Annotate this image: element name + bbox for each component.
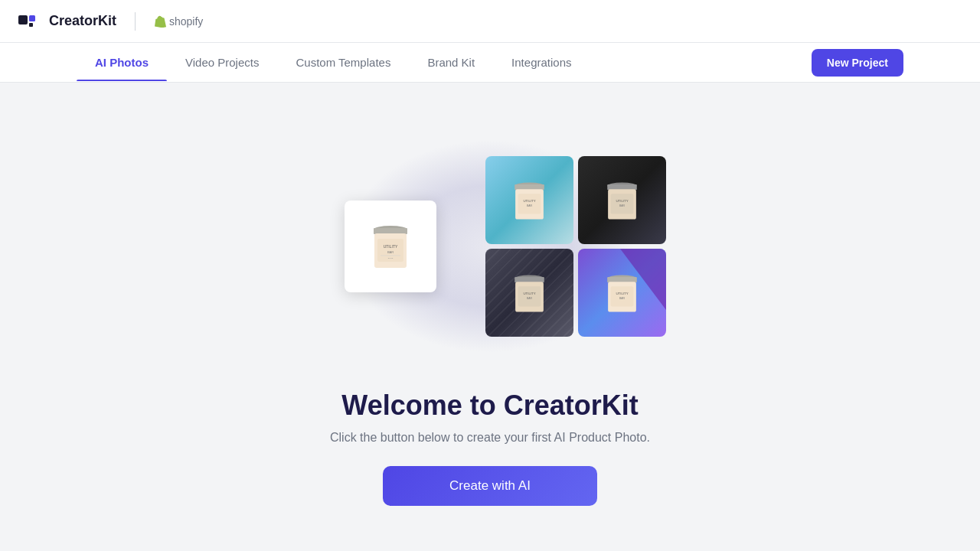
svg-text:BAR: BAR bbox=[527, 296, 533, 299]
svg-rect-18 bbox=[607, 184, 637, 190]
svg-rect-1 bbox=[29, 15, 35, 21]
svg-text:UTILITY: UTILITY bbox=[616, 198, 628, 202]
create-with-ai-button[interactable]: Create with AI bbox=[383, 466, 597, 506]
header: CreatorKit shopify bbox=[0, 0, 980, 43]
svg-text:BAR: BAR bbox=[527, 204, 533, 207]
ai-photo-marble: UTILITY BAR bbox=[485, 249, 573, 337]
svg-text:UTILITY: UTILITY bbox=[616, 291, 628, 295]
svg-rect-4 bbox=[374, 228, 407, 234]
svg-text:UTILITY: UTILITY bbox=[523, 291, 535, 295]
shopify-text: shopify bbox=[169, 15, 203, 28]
nav-bar: AI Photos Video Projects Custom Template… bbox=[0, 43, 980, 83]
new-project-button[interactable]: New Project bbox=[812, 49, 903, 77]
hero-area: UTILITY BAR • • • • UTILITY BAR bbox=[299, 128, 681, 365]
svg-rect-24 bbox=[514, 277, 544, 282]
svg-rect-12 bbox=[514, 184, 544, 190]
welcome-subtitle: Click the button below to create your fi… bbox=[330, 431, 650, 445]
svg-text:BAR: BAR bbox=[619, 204, 626, 207]
ai-photos-grid: UTILITY BAR UTILITY BAR bbox=[485, 156, 666, 337]
candle-purple-scene: UTILITY BAR bbox=[601, 266, 643, 320]
shopify-badge: shopify bbox=[154, 15, 203, 28]
logo-icon bbox=[18, 14, 40, 29]
logo-text: CreatorKit bbox=[49, 13, 116, 29]
candle-teal-scene: UTILITY BAR bbox=[508, 174, 550, 227]
tab-integrations[interactable]: Integrations bbox=[493, 44, 590, 81]
candle-marble-scene: UTILITY BAR bbox=[508, 266, 550, 320]
nav-tabs: AI Photos Video Projects Custom Template… bbox=[77, 44, 903, 81]
ai-photo-teal: UTILITY BAR bbox=[485, 156, 573, 244]
candle-product-original: UTILITY BAR • • • • bbox=[368, 216, 413, 277]
tab-video-projects[interactable]: Video Projects bbox=[167, 44, 277, 81]
svg-text:• • • •: • • • • bbox=[388, 257, 394, 260]
svg-text:UTILITY: UTILITY bbox=[384, 244, 398, 249]
svg-rect-2 bbox=[29, 23, 33, 27]
tab-brand-kit[interactable]: Brand Kit bbox=[409, 44, 493, 81]
welcome-title: Welcome to CreatorKit bbox=[330, 390, 650, 422]
ai-photo-purple: UTILITY BAR bbox=[578, 249, 666, 337]
main-content: UTILITY BAR • • • • UTILITY BAR bbox=[0, 83, 980, 551]
svg-rect-30 bbox=[607, 277, 637, 282]
svg-text:UTILITY: UTILITY bbox=[523, 198, 535, 202]
svg-text:BAR: BAR bbox=[619, 296, 626, 299]
creatorkit-logo-icon bbox=[18, 14, 40, 29]
candle-dark-scene: UTILITY BAR bbox=[601, 174, 643, 227]
nav-actions: New Project bbox=[812, 49, 903, 77]
product-original-card: UTILITY BAR • • • • bbox=[345, 201, 436, 292]
logo-area: CreatorKit shopify bbox=[18, 12, 203, 31]
shopify-icon bbox=[154, 15, 166, 28]
svg-rect-0 bbox=[18, 15, 28, 24]
welcome-section: Welcome to CreatorKit Click the button b… bbox=[330, 390, 650, 506]
tab-custom-templates[interactable]: Custom Templates bbox=[277, 44, 409, 81]
tab-ai-photos[interactable]: AI Photos bbox=[77, 44, 167, 81]
ai-photo-dark: UTILITY BAR bbox=[578, 156, 666, 244]
svg-text:BAR: BAR bbox=[387, 250, 394, 254]
logo-divider bbox=[135, 12, 136, 31]
